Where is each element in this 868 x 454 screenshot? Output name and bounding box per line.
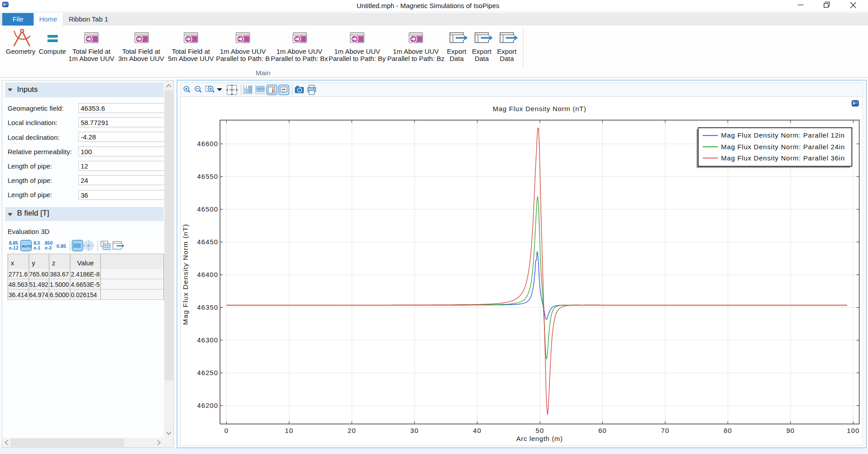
svg-text:e-1: e-1 [34, 245, 40, 251]
svg-text:Mag Flux Density Norm (nT): Mag Flux Density Norm (nT) [492, 105, 586, 112]
svg-text:46500: 46500 [197, 205, 218, 213]
svg-text:70: 70 [661, 427, 669, 434]
svg-text:20: 20 [348, 427, 356, 434]
svg-text:AUTO: AUTO [22, 244, 32, 248]
svg-text:Mag Flux Density Norm (nT): Mag Flux Density Norm (nT) [181, 224, 189, 325]
svg-text:40: 40 [473, 427, 481, 434]
svg-text:30: 30 [410, 427, 419, 434]
svg-text:8.85: 8.85 [9, 240, 18, 246]
svg-text:Mag Flux Density Norm: Paralle: Mag Flux Density Norm: Parallel 36in [721, 154, 845, 162]
svg-text:0: 0 [225, 427, 229, 434]
svg-text:90: 90 [786, 427, 795, 434]
svg-text:60: 60 [598, 427, 607, 434]
svg-text:46550: 46550 [197, 173, 218, 180]
svg-text:46250: 46250 [197, 369, 218, 376]
svg-text:e-12: e-12 [9, 245, 18, 251]
svg-text:80: 80 [724, 427, 732, 434]
svg-text:Mag Flux Density Norm: Paralle: Mag Flux Density Norm: Parallel 24in [721, 143, 845, 151]
svg-text:100: 100 [847, 427, 859, 434]
svg-text:850: 850 [45, 240, 53, 246]
svg-text:Arc length (m): Arc length (m) [516, 435, 563, 442]
svg-text:8.5: 8.5 [34, 240, 40, 246]
svg-text:Mag Flux Density Norm: Paralle: Mag Flux Density Norm: Parallel 12in [721, 131, 845, 139]
svg-text:46350: 46350 [197, 303, 218, 311]
svg-text:50: 50 [535, 427, 544, 434]
svg-text:e-3: e-3 [45, 245, 52, 251]
svg-text:46600: 46600 [197, 140, 218, 147]
svg-text:46400: 46400 [197, 271, 218, 278]
svg-text:10: 10 [285, 427, 294, 434]
svg-text:0.85: 0.85 [56, 243, 66, 249]
svg-text:46200: 46200 [197, 402, 218, 409]
svg-text:46450: 46450 [197, 238, 218, 246]
svg-text:46300: 46300 [197, 336, 218, 344]
